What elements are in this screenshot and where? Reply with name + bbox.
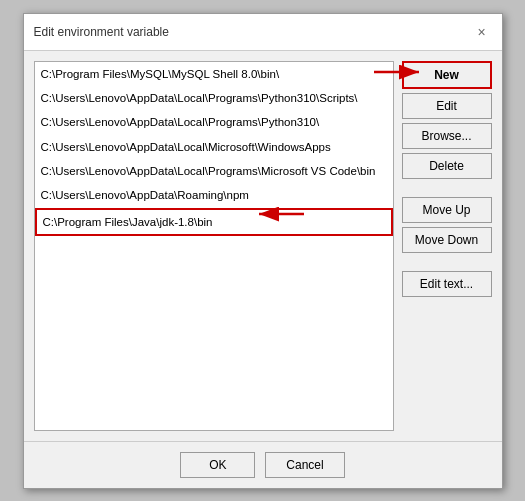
edit-button[interactable]: Edit — [402, 93, 492, 119]
new-button[interactable]: New — [402, 61, 492, 89]
close-button[interactable]: × — [472, 22, 492, 42]
title-bar: Edit environment variable × — [24, 14, 502, 51]
env-list[interactable]: C:\Program Files\MySQL\MySQL Shell 8.0\b… — [34, 61, 394, 431]
cancel-button[interactable]: Cancel — [265, 452, 344, 478]
browse-button[interactable]: Browse... — [402, 123, 492, 149]
list-item[interactable]: C:\Users\Lenovo\AppData\Local\Microsoft\… — [35, 135, 393, 159]
list-item[interactable]: C:\Program Files\Java\jdk-1.8\bin — [35, 208, 393, 236]
list-item[interactable]: C:\Users\Lenovo\AppData\Local\Programs\P… — [35, 86, 393, 110]
move-up-button[interactable]: Move Up — [402, 197, 492, 223]
footer: OK Cancel — [24, 441, 502, 488]
dialog-title: Edit environment variable — [34, 25, 169, 39]
buttons-panel: New Edit Browse... Delete Move Up Move D… — [402, 61, 492, 431]
dialog-content: C:\Program Files\MySQL\MySQL Shell 8.0\b… — [24, 51, 502, 441]
delete-button[interactable]: Delete — [402, 153, 492, 179]
move-down-button[interactable]: Move Down — [402, 227, 492, 253]
list-container: C:\Program Files\MySQL\MySQL Shell 8.0\b… — [34, 61, 394, 431]
list-item[interactable]: C:\Users\Lenovo\AppData\Local\Programs\P… — [35, 110, 393, 134]
list-item[interactable]: C:\Program Files\MySQL\MySQL Shell 8.0\b… — [35, 62, 393, 86]
edit-env-dialog: Edit environment variable × C:\Program F… — [23, 13, 503, 489]
list-item[interactable]: C:\Users\Lenovo\AppData\Roaming\npm — [35, 183, 393, 207]
edit-text-button[interactable]: Edit text... — [402, 271, 492, 297]
list-item[interactable]: C:\Users\Lenovo\AppData\Local\Programs\M… — [35, 159, 393, 183]
ok-button[interactable]: OK — [180, 452, 255, 478]
